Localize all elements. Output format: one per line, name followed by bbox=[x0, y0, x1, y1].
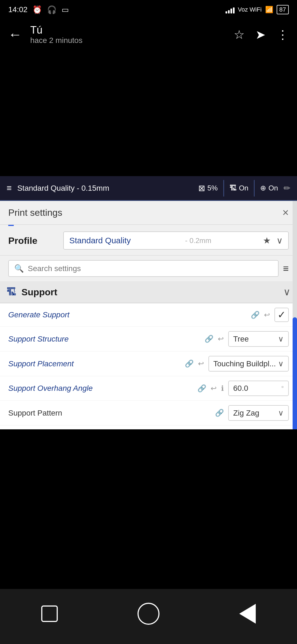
profile-dropdown-actions: ★ ∨ bbox=[263, 235, 283, 246]
quality-label: Standard Quality - 0.15mm bbox=[17, 184, 193, 193]
dropdown-support-pattern[interactable]: Zig Zag ∨ bbox=[228, 405, 289, 421]
reset-icon-2: ↩ bbox=[198, 359, 204, 368]
recents-button[interactable] bbox=[36, 600, 63, 627]
nav-title: Tú bbox=[30, 24, 234, 36]
chevron-support-pattern: ∨ bbox=[278, 408, 284, 417]
setting-label-support-pattern: Support Pattern bbox=[8, 409, 215, 417]
section-header-support[interactable]: 🏗 Support ∨ bbox=[0, 281, 297, 303]
star-button[interactable]: ☆ bbox=[234, 28, 244, 42]
tablet-icon: ▭ bbox=[62, 5, 69, 14]
profile-sub-value: - 0.2mm bbox=[185, 236, 211, 245]
infill-icon: ⊠ bbox=[198, 183, 205, 193]
share-button[interactable]: ➤ bbox=[255, 28, 266, 42]
toolbar: ≡ Standard Quality - 0.15mm ⊠ 5% 🏗 On ⊕ … bbox=[0, 176, 297, 201]
input-overhang-angle[interactable]: 60.0 ° bbox=[228, 381, 289, 396]
divider-1 bbox=[223, 180, 224, 197]
value-support-structure: Tree bbox=[233, 335, 276, 343]
signal-bar-1 bbox=[226, 11, 227, 13]
search-row: 🔍 ≡ bbox=[0, 256, 297, 281]
top-nav: ← Tú hace 2 minutos ☆ ➤ ⋮ bbox=[0, 19, 297, 50]
black-area-bottom bbox=[0, 429, 297, 589]
battery-display: 87 bbox=[277, 5, 289, 14]
setting-label-support-structure: Support Structure bbox=[8, 335, 205, 343]
checkbox-generate-support[interactable]: ✓ bbox=[274, 308, 289, 322]
divider-2 bbox=[254, 180, 255, 197]
support-icon: 🏗 bbox=[230, 184, 237, 192]
infill-value: 5% bbox=[207, 184, 218, 192]
section-chevron-icon: ∨ bbox=[283, 286, 290, 298]
square-icon bbox=[41, 605, 58, 622]
back-button[interactable]: ← bbox=[8, 26, 22, 42]
link-icon-1: 🔗 bbox=[205, 335, 213, 343]
black-area-top bbox=[0, 50, 297, 176]
link-icon-2: 🔗 bbox=[185, 359, 194, 368]
edit-button[interactable]: ✏ bbox=[284, 183, 290, 193]
bottom-navigation bbox=[0, 589, 297, 644]
search-input-wrap: 🔍 bbox=[8, 260, 279, 277]
setting-row-generate-support: Generate Support 🔗 ↩ ✓ bbox=[0, 303, 297, 327]
setting-actions-2: 🔗 ↩ bbox=[185, 359, 204, 368]
close-button[interactable]: × bbox=[282, 206, 289, 219]
filter-menu-button[interactable]: ≡ bbox=[283, 263, 289, 274]
signal-bar-3 bbox=[230, 9, 232, 13]
profile-label: Profile bbox=[8, 235, 63, 246]
setting-label-generate-support: Generate Support bbox=[8, 310, 251, 319]
profile-star-icon: ★ bbox=[263, 235, 271, 246]
setting-actions-0: 🔗 ↩ bbox=[251, 311, 270, 319]
support-toggle[interactable]: 🏗 On bbox=[230, 184, 249, 192]
setting-row-support-pattern: Support Pattern 🔗 Zig Zag ∨ bbox=[0, 401, 297, 425]
setting-label-overhang-angle: Support Overhang Angle bbox=[8, 384, 197, 393]
reset-icon-1: ↩ bbox=[218, 335, 224, 343]
home-circle-icon bbox=[138, 603, 160, 625]
value-support-pattern: Zig Zag bbox=[233, 409, 276, 417]
search-icon: 🔍 bbox=[14, 264, 24, 273]
infill-badge[interactable]: ⊠ 5% bbox=[198, 183, 218, 193]
dropdown-support-placement[interactable]: Touching Buildpl... ∨ bbox=[208, 356, 289, 372]
search-input[interactable] bbox=[28, 264, 273, 273]
support-section-icon: 🏗 bbox=[7, 286, 16, 298]
profile-value: Standard Quality bbox=[69, 236, 131, 245]
dropdown-support-structure[interactable]: Tree ∨ bbox=[228, 331, 289, 347]
home-button[interactable] bbox=[135, 600, 162, 627]
chevron-support-structure: ∨ bbox=[278, 334, 284, 343]
setting-actions-1: 🔗 ↩ bbox=[205, 335, 224, 343]
adhesion-icon: ⊕ bbox=[260, 184, 266, 192]
setting-actions-3: 🔗 ↩ ℹ bbox=[197, 384, 224, 393]
info-icon-3: ℹ bbox=[221, 384, 224, 393]
alarm-icon: ⏰ bbox=[32, 5, 42, 14]
nav-subtitle: hace 2 minutos bbox=[30, 36, 234, 45]
section-title: Support bbox=[21, 287, 57, 298]
checkmark-0: ✓ bbox=[277, 309, 286, 321]
status-bar: 14:02 ⏰ 🎧 ▭ Voz WiFi 📶 87 bbox=[0, 0, 297, 19]
setting-actions-4: 🔗 bbox=[215, 409, 224, 417]
profile-dropdown[interactable]: Standard Quality - 0.2mm ★ ∨ bbox=[63, 231, 289, 250]
chevron-support-placement: ∨ bbox=[278, 359, 284, 368]
back-triangle-icon bbox=[239, 604, 256, 624]
nav-actions: ☆ ➤ ⋮ bbox=[234, 28, 289, 42]
status-bar-right: Voz WiFi 📶 87 bbox=[226, 5, 289, 14]
value-overhang-angle: 60.0 bbox=[233, 384, 279, 393]
wifi-icon: 📶 bbox=[265, 6, 273, 13]
section-header-left: 🏗 Support bbox=[7, 286, 57, 298]
setting-label-support-placement: Support Placement bbox=[8, 359, 185, 368]
profile-row: Profile Standard Quality - 0.2mm ★ ∨ bbox=[0, 226, 297, 256]
link-icon-0: 🔗 bbox=[251, 311, 260, 319]
value-support-placement: Touching Buildpl... bbox=[213, 359, 276, 368]
panel-header: Print settings × bbox=[0, 201, 297, 225]
unit-overhang-angle: ° bbox=[281, 384, 284, 392]
back-nav-button[interactable] bbox=[234, 600, 261, 627]
more-button[interactable]: ⋮ bbox=[277, 28, 289, 42]
menu-icon: ≡ bbox=[7, 183, 12, 193]
reset-icon-0: ↩ bbox=[264, 311, 270, 319]
link-icon-4: 🔗 bbox=[215, 409, 224, 417]
signal-bars bbox=[226, 6, 235, 13]
signal-bar-2 bbox=[228, 10, 230, 13]
link-icon-3: 🔗 bbox=[197, 384, 206, 393]
headphones-icon: 🎧 bbox=[47, 5, 57, 14]
adhesion-toggle[interactable]: ⊕ On bbox=[260, 184, 278, 192]
time-display: 14:02 bbox=[8, 5, 28, 14]
signal-bar-4 bbox=[233, 7, 235, 13]
nav-title-area: Tú hace 2 minutos bbox=[30, 24, 234, 45]
status-bar-left: 14:02 ⏰ 🎧 ▭ bbox=[8, 5, 69, 14]
setting-row-support-structure: Support Structure 🔗 ↩ Tree ∨ bbox=[0, 327, 297, 351]
